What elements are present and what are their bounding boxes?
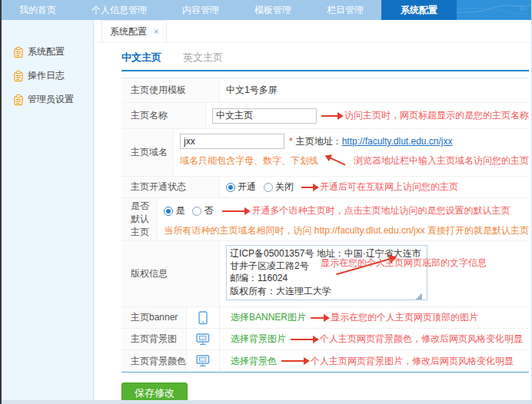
sidebar: 系统配置 操作日志 管理员设置 — [2, 20, 94, 404]
body-row: 系统配置 操作日志 管理员设置 系统配置 × 中文主页 — [2, 20, 531, 404]
close-icon[interactable]: × — [154, 27, 158, 36]
nav-item-content-mgmt[interactable]: 内容管理 — [165, 0, 237, 20]
arrow-icon — [301, 187, 314, 188]
tablet-icon — [198, 311, 208, 325]
tab-system-config[interactable]: 系统配置 × — [101, 20, 167, 42]
background-image-note: 个人主页网页背景颜色，修改后网页风格变化明显 — [320, 333, 523, 346]
row-background-color: 主页背景颜色 选择背景色 个人主页网页背 — [121, 350, 529, 372]
default-homepage-note: 开通多个语种主页时，点击主页地址访问的是您设置的默认主页 — [251, 204, 510, 217]
arrow-icon — [291, 339, 314, 340]
tab-english-home[interactable]: 英文主页 — [183, 51, 223, 65]
row-template: 主页使用模板 中文1号多屏 — [121, 78, 529, 103]
radio-closed[interactable] — [264, 183, 273, 192]
app-window: 我的首页 个人信息管理 内容管理 模板管理 栏目管理 系统配置 系统配置 操作日… — [0, 0, 532, 404]
clipboard-icon — [14, 47, 23, 58]
homepage-address-link[interactable]: http://faculty.dlut.edu.cn/jxx — [342, 136, 453, 147]
arrow-icon — [311, 317, 324, 319]
sidebar-item-label: 管理员设置 — [28, 93, 74, 106]
row-banner: 主页banner 选择BANNER图片 显示在您的个人主页网页顶部的图片 — [121, 307, 529, 329]
field-label: 版权信息 — [121, 241, 220, 306]
nav-group: 我的首页 个人信息管理 内容管理 模板管理 栏目管理 — [2, 0, 381, 20]
row-default-homepage: 是否默认主页 是 否 开通多个语种主页时，点击主页地址访问的是您设置的默认主页 — [121, 198, 529, 241]
sidebar-item-operation-log[interactable]: 操作日志 — [2, 64, 93, 88]
field-label: 主页背景图 — [121, 329, 187, 349]
arrow-icon — [222, 210, 245, 212]
monitor-icon — [196, 333, 210, 346]
radio-open[interactable] — [226, 183, 235, 192]
radio-yes-label[interactable]: 是 — [175, 204, 185, 217]
icon-cell — [187, 329, 220, 349]
row-homepage-name: 主页名称 访问主页时，网页标题显示的是您的主页名称 — [121, 103, 529, 129]
language-tabs: 中文主页 英文主页 — [121, 46, 531, 69]
field-label: 主页开通状态 — [121, 177, 220, 197]
sidebar-item-label: 系统配置 — [28, 45, 65, 58]
field-label: 主页banner — [121, 307, 187, 328]
choose-banner-link[interactable]: 选择BANNER图片 — [231, 311, 306, 324]
nav-item-system-config-active[interactable]: 系统配置 — [381, 0, 457, 20]
settings-form: 主页使用模板 中文1号多屏 主页名称 访问主页时，网页标题显示的是您的主页名称 — [121, 78, 529, 373]
address-label: 主页地址： — [296, 135, 342, 148]
domain-note: 浏览器地址栏中输入主页域名访问您的主页 — [354, 154, 529, 167]
domain-input[interactable] — [180, 134, 284, 149]
content-area: 中文主页 英文主页 主页使用模板 中文1号多屏 主页名称 — [94, 43, 531, 404]
field-label: 主页名称 — [121, 103, 206, 128]
row-open-status: 主页开通状态 开通 关闭 开通后可在互联网上访问您的主页 — [121, 177, 529, 198]
sidebar-item-label: 操作日志 — [28, 69, 65, 82]
sidebar-item-admin-settings[interactable]: 管理员设置 — [2, 88, 93, 111]
tab-label: 系统配置 — [110, 25, 147, 38]
nav-item-home[interactable]: 我的首页 — [2, 0, 74, 20]
homepage-name-note: 访问主页时，网页标题显示的是您的主页名称 — [344, 109, 529, 122]
nav-decoration — [457, 0, 531, 20]
open-status-note: 开通后可在互联网上访问您的主页 — [320, 180, 458, 194]
background-color-note: 个人主页网页背景图片，修改后网页风格变化明显 — [311, 355, 514, 368]
radio-yes[interactable] — [164, 207, 173, 216]
choose-bg-image-link[interactable]: 选择背景图片 — [231, 333, 286, 346]
main-panel: 系统配置 × 中文主页 英文主页 主页使用模板 中文1号多屏 — [94, 20, 531, 404]
arrow-icon — [330, 157, 346, 165]
tabs-underline — [121, 70, 529, 71]
icon-cell — [187, 307, 220, 328]
arrow-icon — [321, 115, 338, 117]
field-label: 主页域名 — [121, 129, 174, 176]
radio-open-label[interactable]: 开通 — [238, 180, 256, 194]
radio-closed-label[interactable]: 关闭 — [275, 180, 294, 194]
domain-hint: 域名只能包含字母、数字、下划线 — [180, 154, 318, 167]
field-label: 主页背景颜色 — [121, 350, 187, 372]
top-navigation: 我的首页 个人信息管理 内容管理 模板管理 栏目管理 系统配置 — [2, 0, 531, 20]
radio-no[interactable] — [192, 207, 201, 216]
clipboard-icon — [14, 94, 23, 105]
choose-bg-color-link[interactable]: 选择背景色 — [231, 355, 277, 368]
copyright-note: 显示在您的个人主页网页底部的文字信息 — [321, 257, 487, 270]
nav-item-template-mgmt[interactable]: 模板管理 — [237, 0, 309, 20]
arrow-icon — [281, 360, 304, 362]
row-copyright: 版权信息 辽ICP备05001357号 地址：中国·辽宁省大连市甘井子区凌工路2… — [121, 241, 529, 307]
field-label: 是否默认主页 — [121, 198, 158, 240]
tab-bar: 系统配置 × — [94, 20, 531, 43]
monitor-icon — [196, 355, 210, 367]
radio-no-label[interactable]: 否 — [204, 204, 213, 217]
row-domain: 主页域名 * 主页地址： http://faculty.dlut.edu.cn/… — [121, 129, 529, 177]
required-asterisk: * — [289, 136, 293, 147]
homepage-name-input[interactable] — [212, 108, 317, 124]
nav-item-column-mgmt[interactable]: 栏目管理 — [309, 0, 381, 20]
copyright-textarea[interactable]: 辽ICP备05001357号 地址：中国·辽宁省大连市甘井子区凌工路2号 邮编：… — [226, 245, 427, 300]
default-homepage-hint: 当所有语种的主页域名相同时，访问 http://faculty.dlut.edu… — [164, 225, 529, 236]
template-value: 中文1号多屏 — [226, 84, 278, 97]
field-label: 主页使用模板 — [121, 78, 220, 102]
sidebar-item-system-config[interactable]: 系统配置 — [2, 40, 93, 64]
banner-note: 显示在您的个人主页网页顶部的图片 — [331, 311, 478, 324]
clipboard-icon — [14, 71, 23, 81]
row-background-image: 主页背景图 选择背景图片 个人主页网页背 — [121, 329, 529, 350]
icon-cell — [187, 350, 220, 372]
tab-chinese-home[interactable]: 中文主页 — [121, 51, 161, 65]
window-left-edge — [0, 0, 2, 404]
window-bottom-edge — [0, 400, 531, 404]
nav-item-personal-info[interactable]: 个人信息管理 — [74, 0, 165, 20]
